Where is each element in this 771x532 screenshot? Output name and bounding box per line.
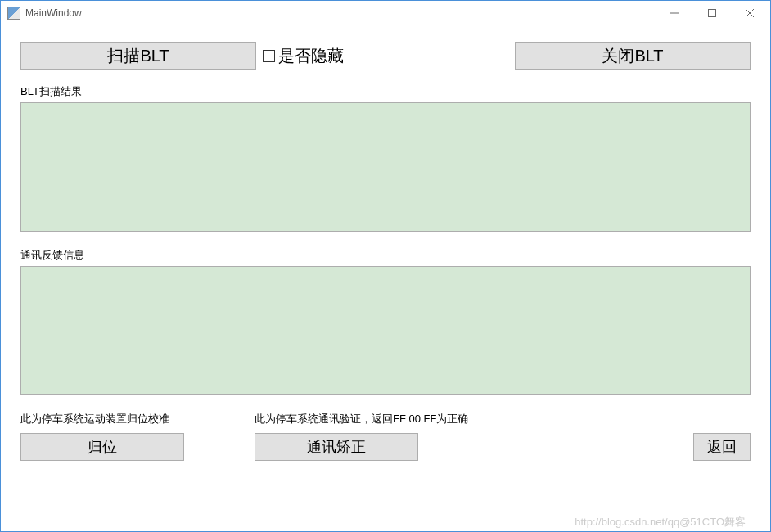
maximize-icon (708, 9, 716, 17)
minimize-icon (670, 9, 679, 17)
top-row: 扫描BLT 是否隐藏 关闭BLT (20, 42, 751, 70)
close-icon (746, 9, 754, 17)
hide-checkbox-wrap[interactable]: 是否隐藏 (263, 45, 344, 67)
scan-blt-button[interactable]: 扫描BLT (20, 42, 256, 70)
watermark: http://blog.csdn.net/qq@51CTO舞客 (575, 515, 746, 530)
feedback-box[interactable] (20, 266, 751, 395)
scan-results-box[interactable] (20, 102, 751, 232)
main-window: MainWindow 扫描BLT 是否隐藏 关闭BLT BLT扫描结果 通讯反馈… (0, 0, 771, 532)
home-button[interactable]: 归位 (20, 433, 184, 461)
minimize-button[interactable] (656, 1, 693, 25)
maximize-button[interactable] (693, 1, 731, 25)
comm-description: 此为停车系统通讯验证，返回FF 00 FF为正确 (255, 412, 468, 426)
window-controls (656, 1, 769, 25)
hide-checkbox-label: 是否隐藏 (278, 45, 344, 67)
close-blt-button[interactable]: 关闭BLT (515, 42, 751, 70)
comm-correct-button[interactable]: 通讯矫正 (255, 433, 418, 461)
titlebar: MainWindow (1, 1, 770, 25)
scan-results-label: BLT扫描结果 (20, 84, 751, 99)
return-button[interactable]: 返回 (693, 433, 751, 461)
app-icon (7, 7, 20, 20)
svg-rect-1 (709, 9, 716, 16)
home-description: 此为停车系统运动装置归位校准 (20, 412, 255, 426)
bottom-labels-row: 此为停车系统运动装置归位校准 此为停车系统通讯验证，返回FF 00 FF为正确 (20, 412, 751, 426)
feedback-label: 通讯反馈信息 (20, 248, 751, 263)
content-area: 扫描BLT 是否隐藏 关闭BLT BLT扫描结果 通讯反馈信息 此为停车系统运动… (1, 25, 770, 531)
close-button[interactable] (731, 1, 769, 25)
window-title: MainWindow (25, 7, 656, 19)
bottom-row: 归位 通讯矫正 返回 (20, 433, 751, 461)
hide-checkbox[interactable] (263, 50, 275, 62)
